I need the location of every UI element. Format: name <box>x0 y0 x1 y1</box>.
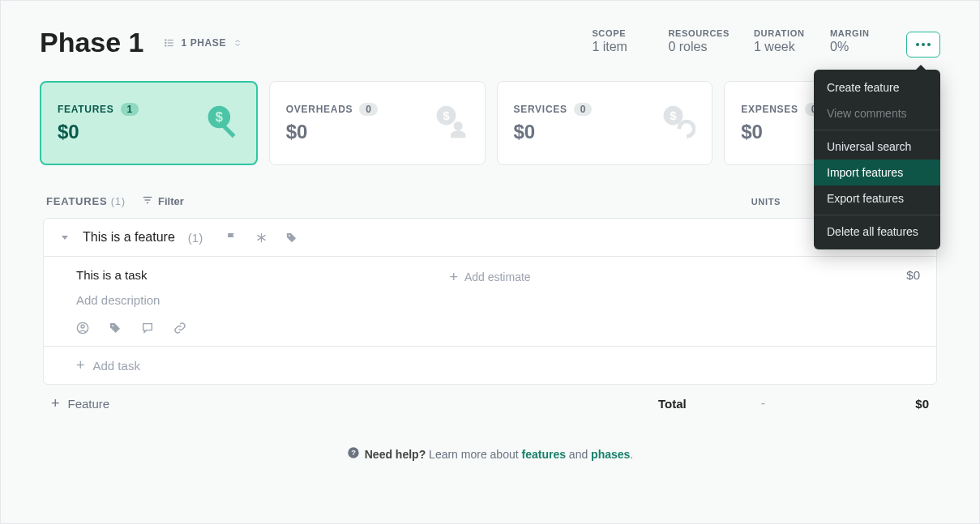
help-prefix: Need help? <box>365 448 426 461</box>
task-description-input[interactable]: Add description <box>76 293 920 307</box>
section-title-text: FEATURES <box>46 195 107 207</box>
help-text2: and <box>566 448 591 461</box>
chevron-down-icon[interactable] <box>60 232 70 242</box>
tag-icon[interactable] <box>109 322 122 334</box>
svg-point-6 <box>916 43 919 46</box>
task-action-icons <box>76 322 920 334</box>
more-actions-button[interactable] <box>906 32 940 58</box>
card-overheads-label: OVERHEADS <box>286 104 353 115</box>
stat-duration: DURATION 1 week <box>754 28 806 54</box>
card-services-amount: $0 <box>514 121 593 143</box>
svg-text:$: $ <box>215 109 222 124</box>
menu-delete-all-features[interactable]: Delete all features <box>814 219 940 245</box>
link-icon[interactable] <box>173 322 186 334</box>
total-amount: $0 <box>897 397 929 411</box>
filter-label: Filter <box>158 195 184 207</box>
card-expenses-amount: $0 <box>741 121 823 143</box>
svg-point-13 <box>453 121 462 130</box>
feature-row[interactable]: This is a feature (1) $0 <box>44 219 936 257</box>
card-expenses-label: EXPENSES <box>741 104 798 115</box>
help-link-phases[interactable]: phases <box>591 448 630 461</box>
card-overheads-count: 0 <box>359 103 378 116</box>
stat-scope: SCOPE 1 item <box>592 28 644 54</box>
total-units: - <box>761 396 765 411</box>
card-services-count: 0 <box>574 103 593 116</box>
stat-resources-value: 0 roles <box>668 40 730 54</box>
card-features[interactable]: FEATURES 1 $0 $ <box>40 81 258 165</box>
help-text: ? Need help? Learn more about features a… <box>40 446 940 462</box>
stat-scope-value: 1 item <box>592 40 644 54</box>
section-header: FEATURES (1) Filter UNITS TOTAL <box>43 194 937 218</box>
add-task-button[interactable]: + Add task <box>44 347 936 384</box>
section-title-count: (1) <box>111 195 126 207</box>
header-right: SCOPE 1 item RESOURCES 0 roles DURATION … <box>592 28 940 58</box>
plus-icon: + <box>76 358 85 373</box>
stat-margin-value: 0% <box>830 40 882 54</box>
add-estimate-label: Add estimate <box>464 271 531 283</box>
plus-icon: + <box>449 270 458 284</box>
menu-import-features[interactable]: Import features <box>814 160 940 185</box>
menu-separator <box>814 215 940 215</box>
svg-point-8 <box>927 43 931 46</box>
stat-margin-label: MARGIN <box>830 28 882 38</box>
svg-marker-21 <box>62 236 68 240</box>
help-link-features[interactable]: features <box>522 448 566 461</box>
card-features-amount: $0 <box>58 121 139 143</box>
flag-icon[interactable] <box>225 232 238 244</box>
card-features-count: 1 <box>121 103 139 116</box>
svg-text:?: ? <box>351 449 356 457</box>
task-name[interactable]: This is a task <box>76 268 148 282</box>
app-frame: Phase 1 1 PHASE SCOPE 1 item RE <box>0 0 980 524</box>
add-task-label: Add task <box>93 359 140 373</box>
tag-icon[interactable] <box>285 232 297 244</box>
card-overheads-amount: $0 <box>286 121 378 143</box>
svg-point-28 <box>112 325 113 326</box>
svg-text:$: $ <box>670 109 677 122</box>
task-row: This is a task + Add estimate $0 Add des… <box>44 257 936 347</box>
add-estimate-button[interactable]: + Add estimate <box>449 270 530 284</box>
section-header-left: FEATURES (1) Filter <box>46 194 184 208</box>
section-title: FEATURES (1) <box>46 195 126 207</box>
stat-duration-label: DURATION <box>754 28 806 38</box>
menu-create-feature[interactable]: Create feature <box>814 75 940 100</box>
task-amount: $0 <box>906 268 920 282</box>
svg-point-4 <box>165 42 165 43</box>
card-services[interactable]: SERVICES 0 $0 $ <box>497 81 713 165</box>
svg-point-7 <box>922 43 925 46</box>
list-icon <box>164 37 175 49</box>
total-label: Total <box>658 397 687 411</box>
plus-icon: + <box>51 396 60 411</box>
stat-margin: MARGIN 0% <box>830 28 882 54</box>
sort-icon <box>233 38 242 48</box>
menu-separator <box>814 130 940 130</box>
wrench-dollar-icon: $ <box>204 104 240 143</box>
help-text1: Learn more about <box>426 448 521 461</box>
header-left: Phase 1 1 PHASE <box>40 27 242 58</box>
menu-export-features[interactable]: Export features <box>814 185 940 211</box>
asterisk-icon[interactable] <box>255 232 267 244</box>
stat-scope-label: SCOPE <box>592 28 644 38</box>
filter-button[interactable]: Filter <box>142 194 184 208</box>
feature-name: This is a feature <box>83 230 175 245</box>
features-table: This is a feature (1) $0 This is a task <box>43 218 937 385</box>
card-services-label: SERVICES <box>514 104 567 115</box>
card-features-label: FEATURES <box>58 104 114 115</box>
filter-icon <box>142 194 153 208</box>
card-overheads[interactable]: OVERHEADS 0 $0 $ <box>269 81 486 165</box>
menu-universal-search[interactable]: Universal search <box>814 134 940 160</box>
svg-point-3 <box>165 39 165 40</box>
more-actions-menu: Create feature View comments Universal s… <box>814 70 940 249</box>
svg-point-27 <box>81 325 84 328</box>
feature-count: (1) <box>188 231 203 245</box>
phase-selector[interactable]: 1 PHASE <box>164 37 243 49</box>
stat-resources-label: RESOURCES <box>668 28 730 38</box>
features-section: FEATURES (1) Filter UNITS TOTAL <box>43 194 937 422</box>
add-feature-button[interactable]: + Feature <box>51 396 109 411</box>
help-suffix: . <box>630 448 633 461</box>
stat-duration-value: 1 week <box>754 40 806 54</box>
table-footer: + Feature Total - $0 <box>43 385 937 422</box>
help-icon: ? <box>347 446 360 462</box>
assignee-icon[interactable] <box>76 322 89 334</box>
summary-cards: FEATURES 1 $0 $ OVERHEADS 0 $0 <box>40 81 940 165</box>
comment-icon[interactable] <box>141 322 154 334</box>
